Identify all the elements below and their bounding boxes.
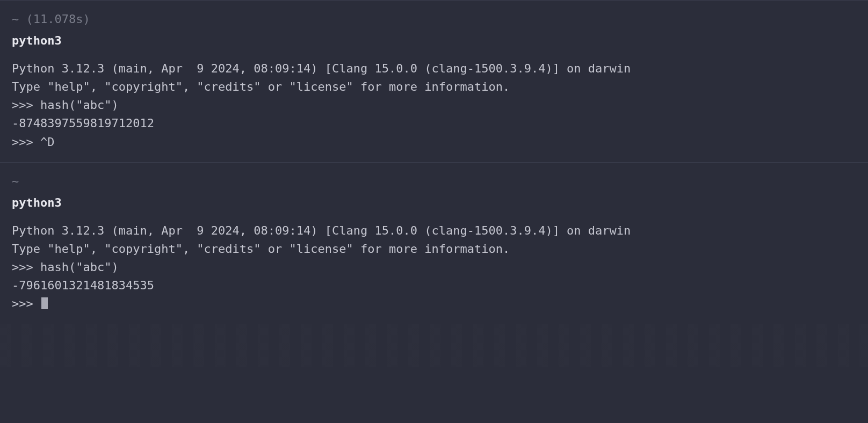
python-banner-line: Python 3.12.3 (main, Apr 9 2024, 08:09:1… xyxy=(12,60,856,78)
cwd-indicator: ~ xyxy=(12,174,19,188)
shell-prompt-line: ~ (11.078s) xyxy=(12,10,856,28)
repl-output-line: -8748397559819712012 xyxy=(12,114,856,133)
repl-input-line: >>> hash("abc") xyxy=(12,96,856,114)
repl-output-line: -7961601321481834535 xyxy=(12,276,856,295)
python-help-line: Type "help", "copyright", "credits" or "… xyxy=(12,78,856,96)
shell-prompt-line: ~ xyxy=(12,172,856,191)
python-banner-line: Python 3.12.3 (main, Apr 9 2024, 08:09:1… xyxy=(12,222,856,240)
repl-prompt-text: >>> xyxy=(12,297,40,310)
cwd-indicator: ~ xyxy=(12,12,19,26)
command-timing: (11.078s) xyxy=(26,12,90,26)
terminal-session[interactable]: ~ python3 Python 3.12.3 (main, Apr 9 202… xyxy=(0,162,868,324)
cursor-icon xyxy=(41,297,48,309)
command-entered: python3 xyxy=(12,32,856,50)
python-help-line: Type "help", "copyright", "credits" or "… xyxy=(12,240,856,258)
repl-prompt-active[interactable]: >>> xyxy=(12,295,856,313)
repl-exit-line: >>> ^D xyxy=(12,133,856,151)
command-entered: python3 xyxy=(12,194,856,212)
repl-input-line: >>> hash("abc") xyxy=(12,258,856,276)
terminal-empty-area[interactable] xyxy=(0,324,868,367)
terminal-session[interactable]: ~ (11.078s) python3 Python 3.12.3 (main,… xyxy=(0,0,868,162)
